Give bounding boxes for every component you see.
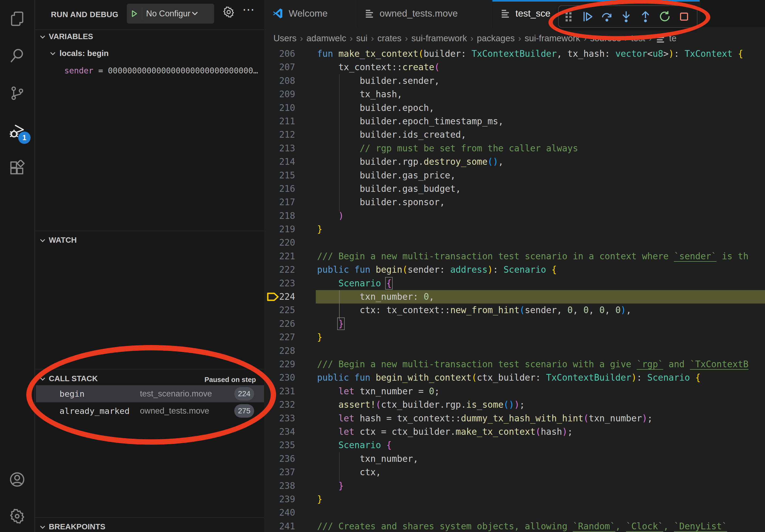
code-line-213[interactable]: 213 // rgp must be set from the caller a…	[264, 142, 765, 155]
breadcrumb-item[interactable]: sui-framework	[524, 33, 580, 43]
line-number[interactable]: 218	[264, 209, 317, 223]
code-line-223[interactable]: 223 Scenario {	[264, 277, 765, 290]
breadcrumb-item[interactable]: Users	[274, 33, 297, 43]
code-line-216[interactable]: 216 builder.gas_budget,	[264, 182, 765, 195]
step-into[interactable]	[616, 6, 636, 27]
line-number[interactable]: 210	[264, 101, 317, 115]
code-line-217[interactable]: 217 builder.sponsor,	[264, 195, 765, 209]
line-number[interactable]: 232	[264, 398, 317, 411]
call-stack-frame[interactable]: begin test_scenario.move 224	[36, 385, 264, 402]
debug-settings-gear-icon[interactable]	[223, 6, 235, 19]
activity-bar-explorer[interactable]	[0, 4, 34, 34]
activity-bar-run-and-debug[interactable]: 1	[0, 117, 34, 146]
breadcrumb-item[interactable]: test	[631, 33, 645, 43]
code-line-220[interactable]: 220	[264, 236, 765, 249]
code-line-241[interactable]: 241/// Creates and shares system objects…	[264, 520, 765, 532]
line-number[interactable]: 221	[264, 250, 317, 263]
activity-bar-account[interactable]	[0, 465, 34, 494]
activity-bar-source-control[interactable]	[0, 79, 34, 108]
line-number[interactable]: 214	[264, 155, 317, 168]
code-line-218[interactable]: 218 )	[264, 209, 765, 223]
line-number[interactable]: 208	[264, 74, 317, 88]
breadcrumb-item[interactable]: sources	[590, 33, 621, 43]
code-line-225[interactable]: 225 ctx: tx_context::new_from_hint(sende…	[264, 304, 765, 317]
line-number[interactable]: 228	[264, 344, 317, 358]
code-line-211[interactable]: 211 builder.epoch_timestamp_ms,	[264, 115, 765, 128]
breadcrumb-item[interactable]: crates	[378, 33, 401, 43]
code-line-221[interactable]: 221/// Begin a new multi-transaction tes…	[264, 250, 765, 263]
code-line-219[interactable]: 219}	[264, 223, 765, 236]
code-area[interactable]: 206fun make_tx_context(builder: TxContex…	[264, 47, 765, 532]
breadcrumb[interactable]: Users›adamwelc›sui›crates›sui-framework›…	[264, 27, 765, 50]
code-line-238[interactable]: 238 }	[264, 479, 765, 493]
code-line-240[interactable]: 240	[264, 506, 765, 519]
restart[interactable]	[655, 6, 674, 27]
line-number[interactable]: 230	[264, 371, 317, 385]
stop[interactable]	[674, 6, 694, 27]
breadcrumb-item[interactable]: sui-framework	[411, 33, 467, 43]
code-line-237[interactable]: 237 ctx,	[264, 465, 765, 479]
variables-section-header[interactable]: VARIABLES	[39, 32, 93, 41]
breadcrumb-file[interactable]: te	[655, 33, 677, 44]
line-number[interactable]: 235	[264, 438, 317, 452]
activity-bar-manage[interactable]	[0, 501, 34, 531]
line-number[interactable]: 238	[264, 479, 317, 493]
code-line-230[interactable]: 230public fun begin_with_context(ctx_bui…	[264, 371, 765, 385]
line-number[interactable]: 229	[264, 358, 317, 371]
debug-configuration-dropdown[interactable]: No Configur	[127, 4, 214, 24]
line-number[interactable]: 212	[264, 128, 317, 141]
line-number[interactable]: 227	[264, 331, 317, 344]
activity-bar-search[interactable]	[0, 41, 34, 70]
line-number[interactable]: 234	[264, 425, 317, 438]
line-number[interactable]: 219	[264, 223, 317, 236]
code-line-228[interactable]: 228	[264, 344, 765, 358]
line-number[interactable]: 236	[264, 452, 317, 465]
line-number[interactable]: 213	[264, 142, 317, 155]
line-number[interactable]: 209	[264, 88, 317, 101]
step-out[interactable]	[636, 6, 655, 27]
line-number[interactable]: 239	[264, 493, 317, 506]
code-line-227[interactable]: 227}	[264, 331, 765, 344]
code-line-208[interactable]: 208 builder.sender,	[264, 74, 765, 88]
line-number[interactable]: 237	[264, 465, 317, 479]
code-line-229[interactable]: 229/// Begin a new multi-transaction tes…	[264, 358, 765, 371]
code-line-236[interactable]: 236 txn_number,	[264, 452, 765, 465]
line-number[interactable]: 240	[264, 506, 317, 519]
line-number[interactable]: 231	[264, 385, 317, 398]
line-number[interactable]: 226	[264, 317, 317, 331]
line-number[interactable]: 241	[264, 520, 317, 532]
code-line-234[interactable]: 234 let ctx = ctx_builder.make_tx_contex…	[264, 425, 765, 438]
variable-row[interactable]: sender = 000000000000000000000000000000…	[64, 66, 258, 75]
code-line-235[interactable]: 235 Scenario {	[264, 438, 765, 452]
line-number[interactable]: 220	[264, 236, 317, 249]
breakpoints-section-header[interactable]: BREAKPOINTS	[39, 522, 105, 531]
breadcrumb-item[interactable]: sui	[356, 33, 368, 43]
code-line-224[interactable]: 224 txn_number: 0,	[264, 290, 765, 304]
code-line-226[interactable]: 226 }	[264, 317, 765, 331]
code-line-222[interactable]: 222public fun begin(sender: address): Sc…	[264, 263, 765, 276]
line-number[interactable]: 216	[264, 182, 317, 195]
step-over[interactable]	[597, 6, 616, 27]
call-stack-frame[interactable]: already_marked owned_tests.move 275	[36, 402, 264, 419]
code-line-209[interactable]: 209 tx_hash,	[264, 88, 765, 101]
line-number[interactable]: 217	[264, 195, 317, 209]
line-number[interactable]: 222	[264, 263, 317, 276]
code-line-232[interactable]: 232 assert!(ctx_builder.rgp.is_some());	[264, 398, 765, 411]
start-debugging-button[interactable]	[127, 8, 142, 20]
continue[interactable]	[578, 6, 597, 27]
breadcrumb-item[interactable]: packages	[477, 33, 515, 43]
tab-welcome[interactable]: Welcome	[264, 0, 357, 27]
code-line-233[interactable]: 233 let hash = tx_context::dummy_tx_hash…	[264, 412, 765, 425]
code-line-239[interactable]: 239}	[264, 493, 765, 506]
code-line-214[interactable]: 214 builder.rgp.destroy_some(),	[264, 155, 765, 168]
code-line-207[interactable]: 207 tx_context::create(	[264, 61, 765, 74]
code-line-210[interactable]: 210 builder.epoch,	[264, 101, 765, 115]
code-line-215[interactable]: 215 builder.gas_price,	[264, 169, 765, 182]
line-number[interactable]: 215	[264, 169, 317, 182]
line-number[interactable]: 211	[264, 115, 317, 128]
code-line-231[interactable]: 231 let txn_number = 0;	[264, 385, 765, 398]
tab-owned-tests-move[interactable]: owned_tests.move	[357, 0, 492, 27]
line-number[interactable]: 207	[264, 61, 317, 74]
activity-bar-extensions[interactable]	[0, 153, 34, 183]
breadcrumb-item[interactable]: adamwelc	[307, 33, 346, 43]
